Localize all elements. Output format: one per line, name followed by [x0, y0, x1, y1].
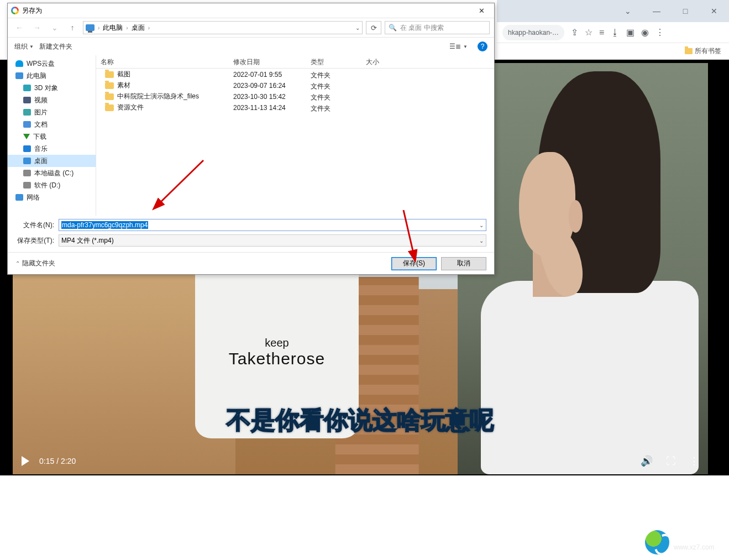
file-name: 中科院院士演示隐身术_files [117, 92, 199, 101]
table-row[interactable]: 中科院院士演示隐身术_files2023-10-30 15:42文件夹 [96, 91, 494, 102]
sidebar-item-label: 音乐 [34, 144, 48, 154]
sidebar-item[interactable]: 图片 [8, 106, 96, 118]
col-date[interactable]: 修改日期 [229, 55, 306, 68]
sidebar-item-icon [15, 72, 23, 79]
folder-search-input[interactable]: 🔍 在 桌面 中搜索 [385, 21, 490, 34]
dialog-close-button[interactable]: ✕ [472, 4, 491, 17]
column-headers[interactable]: 名称 修改日期 类型 大小 [96, 55, 494, 69]
nav-back-button[interactable]: ← [12, 21, 27, 34]
chrome-icon [11, 7, 19, 14]
volume-icon[interactable]: 🔊 [641, 455, 653, 467]
watermark-logo-icon [645, 530, 669, 554]
file-name: 资源文件 [117, 103, 144, 112]
table-row[interactable]: 素材2023-09-07 16:24文件夹 [96, 80, 494, 91]
nav-up-button[interactable]: ↑ [65, 21, 80, 34]
table-row[interactable]: 截图2022-07-01 9:55文件夹 [96, 69, 494, 80]
fullscreen-icon[interactable]: ⛶ [666, 456, 676, 467]
cancel-button[interactable]: 取消 [441, 257, 486, 270]
window-maximize[interactable]: □ [676, 3, 695, 19]
browser-window-controls: ⌄ — □ ✕ [497, 0, 729, 22]
col-name[interactable]: 名称 [96, 55, 229, 68]
sidebar-item[interactable]: 3D 对象 [8, 82, 96, 94]
chevron-down-icon[interactable]: ⌄ [479, 238, 484, 244]
browser-menu-icon[interactable]: ⋮ [655, 27, 664, 38]
filetype-label: 保存类型(T): [15, 236, 54, 245]
organize-button[interactable]: 组织▼ [14, 42, 34, 51]
chevron-right-icon: › [126, 25, 128, 31]
browser-toolbar: hkapp-haokan-… ⇪ ☆ ≡ ⭳ ▣ ◉ ⋮ [497, 22, 729, 43]
file-size [361, 102, 406, 113]
path-breadcrumb[interactable]: › 此电脑 › 桌面 › ⌄ [83, 21, 363, 34]
sidebar-item[interactable]: 音乐 [8, 143, 96, 155]
star-icon[interactable]: ☆ [585, 27, 592, 38]
file-size [361, 69, 406, 80]
sidebar-item[interactable]: 文档 [8, 118, 96, 130]
help-icon[interactable]: ? [478, 41, 487, 51]
folder-icon [685, 48, 693, 54]
view-mode-button[interactable]: ☰≣▼ [449, 43, 468, 50]
file-name: 素材 [117, 81, 130, 90]
play-icon[interactable] [22, 456, 29, 466]
window-minimize[interactable]: — [647, 3, 666, 19]
table-row[interactable]: 资源文件2023-11-13 14:24文件夹 [96, 102, 494, 113]
sidebar-item[interactable]: 桌面 [8, 155, 96, 167]
save-button[interactable]: 保存(S) [391, 257, 437, 270]
sidebar-item[interactable]: 本地磁盘 (C:) [8, 167, 96, 179]
profile-icon[interactable]: ◉ [641, 27, 649, 38]
dialog-titlebar[interactable]: 另存为 ✕ [8, 3, 494, 18]
search-icon: 🔍 [389, 24, 397, 32]
sidebar-item-label: 本地磁盘 (C:) [34, 169, 74, 178]
path-current[interactable]: 桌面 [132, 23, 145, 33]
download-icon[interactable]: ⭳ [611, 28, 620, 38]
this-pc-icon [86, 24, 95, 31]
sidebar-item-icon [23, 97, 31, 103]
sidebar-item[interactable]: 视频 [8, 94, 96, 106]
filetype-select[interactable]: MP4 文件 (*.mp4) ⌄ [59, 234, 486, 247]
folder-icon [105, 104, 114, 111]
sidebar-item[interactable]: WPS云盘 [8, 57, 96, 70]
sidebar-item-label: 3D 对象 [34, 83, 58, 93]
tab-dropdown-icon[interactable]: ⌄ [618, 3, 637, 19]
col-size[interactable]: 大小 [361, 55, 406, 68]
sidebar-item-label: 桌面 [34, 156, 48, 166]
path-root[interactable]: 此电脑 [103, 23, 123, 33]
dialog-title: 另存为 [22, 6, 42, 15]
video-more-icon[interactable]: ⋮ [689, 455, 699, 467]
nav-recent-dropdown[interactable]: ⌄ [48, 21, 62, 34]
window-close[interactable]: ✕ [705, 3, 723, 19]
sidebar-item-label: 此电脑 [27, 71, 46, 81]
sidebar-item[interactable]: 下载 [8, 130, 96, 143]
hide-folders-toggle[interactable]: ⌃隐藏文件夹 [15, 259, 55, 268]
sidebar-item-icon [15, 194, 23, 201]
bookmarks-all-folder[interactable]: 所有书签 [685, 46, 721, 56]
sidebar-item-icon [23, 134, 30, 139]
file-date: 2023-11-13 14:24 [229, 102, 306, 113]
sidebar-item-label: 图片 [34, 108, 48, 117]
filename-input[interactable]: mda-pfr37ymc6gc9qzph.mp4 ⌄ [59, 219, 486, 231]
file-date: 2023-10-30 15:42 [229, 91, 306, 102]
file-rows[interactable]: 截图2022-07-01 9:55文件夹素材2023-09-07 16:24文件… [96, 69, 494, 216]
col-type[interactable]: 类型 [306, 55, 361, 68]
share-icon[interactable]: ⇪ [571, 27, 578, 38]
filename-label: 文件名(N): [15, 221, 54, 230]
chevron-down-icon[interactable]: ⌄ [479, 222, 484, 228]
nav-forward-button[interactable]: → [30, 21, 44, 34]
sidebar-item[interactable]: 软件 (D:) [8, 179, 96, 191]
sidebar-item[interactable]: 网络 [8, 191, 96, 203]
watermark: 极光下载站 www.xz7.com [645, 530, 723, 554]
sidebar-item-icon [23, 145, 31, 152]
filename-value: mda-pfr37ymc6gc9qzph.mp4 [61, 221, 148, 229]
sidebar-item[interactable]: 此电脑 [8, 70, 96, 82]
folder-tree[interactable]: WPS云盘此电脑3D 对象视频图片文档下载音乐桌面本地磁盘 (C:)软件 (D:… [8, 55, 96, 216]
reading-list-icon[interactable]: ≡ [599, 28, 604, 38]
file-type: 文件夹 [306, 102, 361, 113]
new-folder-button[interactable]: 新建文件夹 [39, 42, 72, 51]
refresh-button[interactable]: ⟳ [366, 21, 381, 34]
path-dropdown-icon[interactable]: ⌄ [355, 25, 360, 31]
watermark-url: www.xz7.com [674, 544, 723, 551]
dialog-nav: ← → ⌄ ↑ › 此电脑 › 桌面 › ⌄ ⟳ 🔍 在 桌面 中搜索 [8, 18, 494, 38]
file-size [361, 91, 406, 102]
sidebar-item-icon [23, 85, 31, 91]
side-panel-icon[interactable]: ▣ [626, 27, 634, 38]
sidebar-item-label: 下载 [33, 132, 46, 142]
